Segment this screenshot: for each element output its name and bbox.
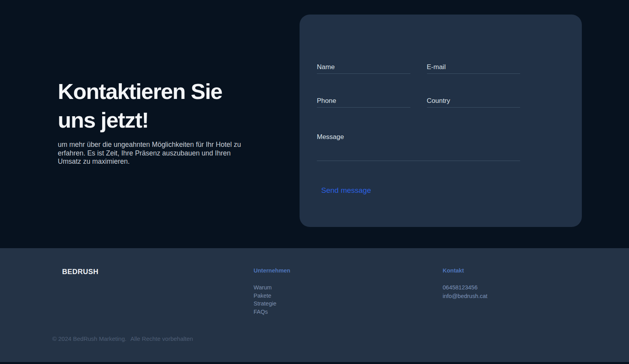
footer-company-heading: Unternehmen — [254, 267, 290, 274]
bottom-strip — [0, 362, 629, 364]
name-field — [317, 63, 410, 74]
page-title-line1: Kontaktieren Sie — [58, 77, 250, 106]
footer-link-warum[interactable]: Warum — [254, 284, 290, 292]
page-title: Kontaktieren Sie uns jetzt! — [58, 77, 250, 134]
footer-contact-details: 06458123456 info@bedrush.cat — [443, 284, 487, 300]
hero-description: um mehr über die ungeahnten Möglichkeite… — [58, 141, 245, 166]
footer-email[interactable]: info@bedrush.cat — [443, 292, 487, 301]
country-input[interactable] — [427, 97, 520, 107]
copyright-text: © 2024 BedRush Marketing. — [52, 335, 127, 342]
send-message-button[interactable]: Send message — [321, 186, 371, 195]
footer: BEDRUSH Unternehmen Warum Pakete Strateg… — [0, 248, 629, 364]
footer-company-links: Warum Pakete Strategie FAQs — [254, 284, 290, 316]
message-input[interactable] — [317, 133, 520, 161]
phone-field — [317, 97, 410, 108]
footer-contact-heading: Kontakt — [443, 267, 487, 274]
country-field — [427, 97, 520, 108]
page-title-line2: uns jetzt! — [58, 106, 250, 134]
phone-input[interactable] — [317, 97, 410, 107]
copyright: © 2024 BedRush Marketing. Alle Rechte vo… — [52, 335, 193, 342]
email-field — [427, 63, 520, 74]
rights-text: Alle Rechte vorbehalten — [131, 335, 193, 342]
footer-link-pakete[interactable]: Pakete — [254, 292, 290, 300]
email-input[interactable] — [427, 63, 520, 73]
name-input[interactable] — [317, 63, 410, 73]
footer-company-column: Unternehmen Warum Pakete Strategie FAQs — [254, 267, 290, 316]
contact-form: Send message — [317, 15, 520, 195]
footer-link-faqs[interactable]: FAQs — [254, 308, 290, 316]
hero-section: Kontaktieren Sie uns jetzt! um mehr über… — [0, 0, 629, 248]
message-field — [317, 133, 520, 161]
footer-link-strategie[interactable]: Strategie — [254, 300, 290, 308]
footer-phone[interactable]: 06458123456 — [443, 284, 487, 292]
contact-form-card: Send message — [300, 15, 582, 227]
footer-contact-column: Kontakt 06458123456 info@bedrush.cat — [443, 267, 487, 300]
hero-copy: Kontaktieren Sie uns jetzt! um mehr über… — [58, 77, 250, 166]
footer-logo: BEDRUSH — [62, 268, 99, 276]
